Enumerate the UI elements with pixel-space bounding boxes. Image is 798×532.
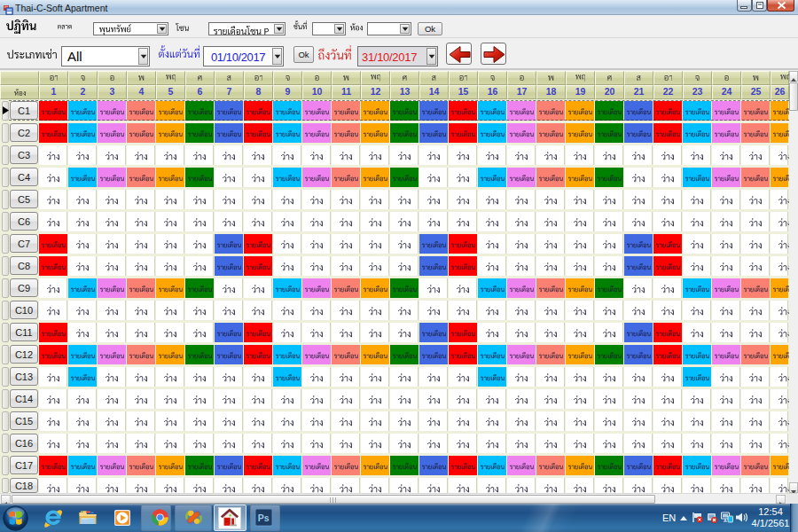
svg-text:Ps: Ps: [258, 512, 270, 523]
